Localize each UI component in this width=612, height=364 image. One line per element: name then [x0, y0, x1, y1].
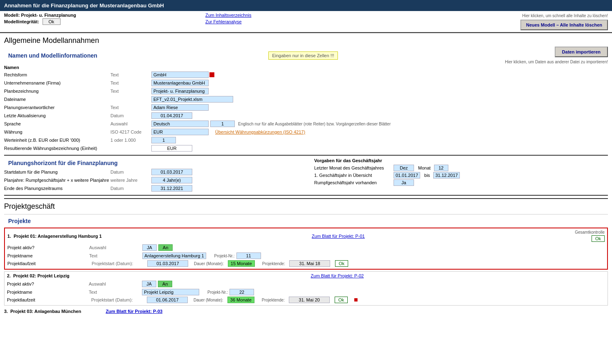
allgemeine-title: Allgemeine Modellannahmen: [0, 32, 612, 47]
proj-1-dauer[interactable]: 15 Monate: [228, 260, 255, 267]
eingaben-note: Eingaben nur in diese Zellen !!!: [268, 51, 338, 60]
planning-section: Planungshorizont für die Finanzplanung S…: [0, 155, 612, 192]
proj-2-aktiv-an[interactable]: An: [158, 281, 172, 287]
proj-2-ende: 31. Mai 20: [289, 297, 330, 303]
vorgaben-header: Vorgaben für das Geschäftsjahr: [314, 158, 608, 163]
projekt-card-1: 1. Projekt 01: Anlagenerstellung Hamburg…: [4, 228, 608, 270]
vorgabe-row-1: 1. Geschäftsjahr in Übersicht 01.01.2017…: [314, 172, 608, 179]
projekt-1-title: Projekt 01: Anlagenerstellung Hamburg 1: [14, 234, 101, 239]
daten-importieren-button[interactable]: Daten importieren: [555, 47, 608, 57]
proj-2-name-row: Projektname Text Projekt Leipzig Projekt…: [7, 288, 605, 296]
value-startdatum[interactable]: 01.03.2017: [151, 169, 192, 175]
namen-label: Namen: [4, 64, 608, 71]
proj-2-nr-label: Projekt-Nr.:: [207, 290, 228, 295]
projekt-card-2: 2. Projekt 02: Projekt Leipzig Zum Blatt…: [4, 271, 608, 306]
proj-1-aktiv-an[interactable]: An: [158, 244, 173, 251]
field-planjahre: Planjahre: Rumpfgeschäftsjahr + x weiter…: [4, 176, 298, 184]
integrity-row: Modellintegrität: Ok: [4, 18, 205, 25]
link-inhaltsverzeichnis[interactable]: Zum Inhaltsverzeichnis: [205, 13, 407, 18]
field-letzte-aktualisierung: Letzte Aktualisierung Datum 01.04.2017: [4, 112, 608, 120]
proj-1-name-value[interactable]: Anlagenerstellung Hamburg 1: [142, 252, 206, 259]
projekt-2-title-row: 2. Projekt 02: Projekt Leipzig Zum Blatt…: [7, 273, 605, 278]
model-name: Modell: Projekt- u. Finanzplanung: [4, 13, 205, 18]
vorgabe-gj-start[interactable]: 01.01.2017: [394, 172, 420, 179]
top-meta-center: Zum Inhaltsverzeichnis Zur Fehleranalyse: [205, 13, 407, 24]
page-title: Annahmen für die Finanzplanung der Muste…: [4, 2, 164, 9]
value-ende-planung: 31.12.2021: [151, 185, 192, 192]
daten-note: Hier klicken, um Daten aus anderer Datei…: [505, 60, 608, 64]
link-projekt-2[interactable]: Zum Blatt für Projekt: P-02: [311, 273, 364, 278]
top-meta-left: Modell: Projekt- u. Finanzplanung Modell…: [4, 13, 205, 25]
link-projekt-3[interactable]: Zum Blatt für Projekt: P-03: [106, 309, 162, 314]
proj-1-ok: Ok: [335, 260, 348, 267]
proj-1-aktiv-row: Projekt aktiv? Auswahl JA An: [7, 243, 605, 252]
proj-2-name-value[interactable]: Projekt Leipzig: [142, 289, 199, 295]
proj-1-nr-value[interactable]: 11: [236, 252, 261, 259]
field-planbezeichnung: Planbezeichnung Text Projekt- u. Finanzp…: [4, 87, 608, 95]
gesamtkontrolle-ok-1: Ok: [592, 235, 605, 242]
note-loeschen: Hier klicken, um schnell alle Inhalte zu…: [407, 13, 608, 18]
proj-1-aktiv-ja[interactable]: JA: [142, 244, 157, 251]
vorgabe-monat[interactable]: 12: [434, 165, 448, 171]
value-planungsverantwortlicher[interactable]: Adam Riese: [151, 104, 209, 111]
projekt-3-title: Projekt 03: Anlagenbau München: [10, 309, 81, 314]
gesamtkontrolle-label-1: Gesamtkontrolle: [575, 230, 605, 234]
field-ende-planung: Ende des Planungszeitraums Datum 31.12.2…: [4, 184, 298, 192]
projekt-2-title: Projekt 02: Projekt Leipzig: [13, 273, 70, 278]
value-sprache-num[interactable]: 1: [210, 121, 235, 127]
value-letzte-aktualisierung[interactable]: 01.04.2017: [151, 112, 192, 119]
value-waehrung[interactable]: EUR: [151, 129, 209, 135]
field-werteinheit: Werteinheit (z.B. EUR oder EUR '000) 1 o…: [4, 136, 608, 144]
link-projekt-1[interactable]: Zum Blatt für Projekt: P-01: [312, 234, 365, 239]
value-sprache[interactable]: Deutsch: [151, 121, 209, 127]
field-waehrung: Währung ISO 4217 Code EUR Übersicht Währ…: [4, 128, 608, 136]
namen-section: Namen und Modellinformationen Eingaben n…: [0, 47, 612, 152]
projekt-1-title-row: 1. Projekt 01: Anlagenerstellung Hamburg…: [7, 230, 605, 242]
proj-1-start[interactable]: 01.03.2017: [147, 260, 188, 267]
proj-2-dauer[interactable]: 36 Monate: [227, 297, 254, 303]
projekte-header: Projekte: [4, 216, 608, 226]
link-waehrung[interactable]: Übersicht Währungsabkürzungen (ISO 4217): [215, 130, 305, 134]
vorgabe-row-2: Rumpfgeschäftsjahr vorhanden Ja: [314, 179, 608, 186]
divider-planning: [4, 155, 608, 156]
header-bar: Annahmen für die Finanzplanung der Muste…: [0, 0, 612, 11]
proj-2-aktiv-ja[interactable]: JA: [142, 281, 156, 287]
integrity-badge: Ok: [43, 18, 61, 25]
proj-2-laufzeit-row: Projektlaufzeit Projektstart (Datum): 01…: [7, 296, 605, 304]
divider-projekt: [4, 195, 608, 196]
proj-1-name-row: Projektname Text Anlagenerstellung Hambu…: [7, 252, 605, 260]
divider-light: [4, 214, 608, 214]
new-model-button[interactable]: Neues Modell – Alle Inhalte löschen: [520, 20, 608, 30]
field-dateiname: Dateiname EFT_v2.01_Projekt.xlsm: [4, 95, 608, 103]
proj-2-aktiv-row: Projekt aktiv? Auswahl JA An: [7, 280, 605, 288]
proj-2-start[interactable]: 01.06.2017: [147, 297, 188, 303]
proj-2-ok: Ok: [335, 297, 348, 303]
flag-rechtsform: [209, 72, 214, 77]
proj-1-laufzeit-row: Projektlaufzeit Projektstart (Datum): 01…: [7, 260, 605, 267]
top-meta-right: Hier klicken, um schnell alle Inhalte zu…: [407, 13, 608, 30]
projektgeschaeft-section: Projektgeschäft Projekte 1. Projekt 01: …: [0, 195, 612, 315]
projekt-3-row: 3. Projekt 03: Anlagenbau München Zum Bl…: [4, 307, 608, 315]
link-fehleranalyse[interactable]: Zur Fehleranalyse: [205, 19, 407, 24]
top-meta: Modell: Projekt- u. Finanzplanung Modell…: [0, 11, 612, 32]
value-werteinheit[interactable]: 1: [151, 137, 176, 143]
integrity-label: Modellintegrität:: [4, 19, 39, 24]
value-unternehmensname[interactable]: Musteranlagenbau GmbH: [151, 80, 209, 86]
proj-2-nr-value[interactable]: 22: [230, 289, 254, 295]
value-dateiname[interactable]: EFT_v2.01_Projekt.xlsm: [151, 96, 233, 103]
vorgabe-rumpf[interactable]: Ja: [394, 179, 414, 186]
vorgabe-gj-end[interactable]: 31.12.2017: [433, 172, 460, 179]
vorgabe-dez[interactable]: Dez: [394, 165, 414, 171]
value-rechtsform[interactable]: GmbH: [151, 71, 209, 78]
note-sprache: Englisch nur für alle Ausgabeblätter (ro…: [238, 122, 391, 126]
value-planbezeichnung[interactable]: Projekt- u. Finanzplanung: [151, 88, 209, 94]
field-sprache: Sprache Auswahl Deutsch 1 Englisch nur f…: [4, 120, 608, 128]
proj-1-nr-label: Projekt-Nr.:: [214, 254, 235, 258]
proj-1-ende: 31. Mai 18: [289, 260, 330, 267]
field-startdatum: Startdatum für die Planung Datum 01.03.2…: [4, 168, 298, 176]
field-unternehmensname: Unternehmensname (Firma) Text Musteranla…: [4, 79, 608, 87]
namen-header: Namen und Modellinformationen: [4, 51, 101, 60]
projekt-1-num: 1.: [7, 234, 11, 239]
projekt-3-num: 3.: [4, 309, 8, 314]
value-planjahre[interactable]: 4 Jahr(e): [151, 177, 192, 183]
